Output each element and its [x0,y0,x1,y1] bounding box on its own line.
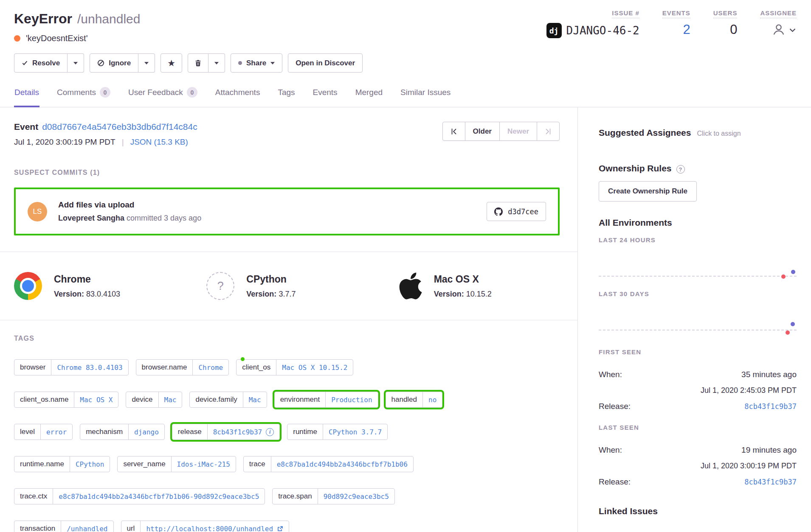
tag-value-link[interactable]: Chrome 83.0.4103 [51,360,128,375]
share-button[interactable]: Share [231,53,282,73]
bookmark-button[interactable]: ★ [161,53,182,73]
tab-label: Similar Issues [400,88,451,97]
delete-button[interactable] [188,53,208,73]
create-ownership-rule-button[interactable]: Create Ownership Rule [599,181,697,202]
suggested-assignees-row: Suggested Assignees Click to assign [599,128,797,138]
click-to-assign-hint: Click to assign [697,130,741,137]
version-value: 83.0.4103 [86,290,120,298]
tag-value: django [134,428,159,436]
json-download-link[interactable]: JSON (15.3 KB) [130,137,188,147]
tab[interactable]: Tags [277,85,295,107]
tag-pill: device.family Mac [189,392,267,408]
first-seen-release-link[interactable]: 8cb43f1c9b37 [744,402,797,411]
commit-sha-button[interactable]: d3d7cee [487,202,546,221]
tag-value: e8c87ba1dc494bb2a4346bcfbf7b1b06 [277,460,408,468]
tab-label: User Feedback [128,88,183,97]
newer-event-button[interactable]: Newer [499,122,537,141]
open-in-discover-button[interactable]: Open in Discover [288,53,363,73]
tag-value-link[interactable]: http://localhost:8000/unhandled [140,521,289,532]
tag-value-link[interactable]: Mac [158,392,182,407]
tab[interactable]: Attachments [215,85,261,107]
users-count[interactable]: 0 [730,22,737,37]
tag-key: release [172,424,207,440]
django-project-icon: dj [546,23,562,38]
mute-icon [97,59,104,67]
delete-dropdown-button[interactable] [208,53,225,73]
suggested-assignees-title: Suggested Assignees [599,128,691,138]
last-seen-release-link[interactable]: 8cb43f1c9b37 [744,478,797,486]
tag-value-link[interactable]: django [128,424,164,440]
culprit-text: 'keyDoesntExist' [26,34,87,43]
ignore-button[interactable]: Ignore [90,53,138,73]
oldest-event-button[interactable] [442,122,465,141]
tag-value-link[interactable]: Mac OS X [74,392,118,407]
tab[interactable]: Details [14,85,39,107]
event-contexts: Chrome Version: 83.0.4103 ? CPython Vers… [0,252,577,320]
older-event-button[interactable]: Older [465,122,500,141]
tag-key: level [14,424,40,440]
star-icon: ★ [167,59,175,67]
tag-value-link[interactable]: 8cb43f1c9b37 i [207,424,280,440]
tag-value-link[interactable]: Mac OS X 10.15.2 [276,360,353,375]
tag-value-link[interactable]: CPython 3.7.7 [323,424,387,440]
tab[interactable]: Similar Issues [400,85,451,107]
tag-pill: runtime CPython 3.7.7 [287,424,388,440]
newest-event-button[interactable] [537,122,560,141]
tag-key: mechanism [80,424,128,440]
tag-value-link[interactable]: Idos-iMac-215 [171,456,236,472]
tag-pill: trace e8c87ba1dc494bb2a4346bcfbf7b1b06 [243,456,414,472]
tag-value-link[interactable]: Production [325,392,377,407]
check-icon [22,60,28,66]
tag-key: environment [275,392,326,407]
resolve-dropdown-button[interactable] [68,53,84,73]
tag-value: 90d892c9eace3bc5 [324,493,389,501]
info-icon[interactable]: i [266,428,274,436]
tab[interactable]: User Feedback 0 [128,85,198,107]
ignore-dropdown-button[interactable] [138,53,155,73]
tag-value-link[interactable]: error [40,424,72,440]
level-dot-icon [14,35,20,42]
event-id-link[interactable]: d08d7667e4a5476eb3b3db6d7f14c84c [42,122,197,132]
tag-value: Chrome 83.0.4103 [57,364,122,372]
person-icon [772,22,786,37]
tag-value-link[interactable]: no [422,392,442,407]
divider: | [122,137,124,147]
tag-value-link[interactable]: Chrome [192,360,228,375]
caret-down-icon [270,62,275,64]
tab-label: Details [14,88,39,97]
last-24-hours-label: LAST 24 HOURS [599,236,797,244]
skip-to-last-icon [545,128,552,135]
tab[interactable]: Comments 0 [56,85,111,107]
tab-label: Merged [355,88,383,97]
commit-meta-text: committed 3 days ago [124,214,201,222]
commit-info: Add files via upload Lovepreet Sangha co… [58,200,476,223]
external-link-icon[interactable] [277,526,283,532]
context-card-os: Mac OS X Version: 10.15.2 [385,271,577,301]
tab[interactable]: Merged [355,85,383,107]
tag-key: device [126,392,158,407]
issue-header: KeyError/unhandled 'keyDoesntExist' ISSU… [0,0,811,73]
tag-key: device.family [190,392,242,407]
resolve-button[interactable]: Resolve [14,53,68,73]
trash-icon [194,59,202,67]
version-label: Version: [246,290,276,298]
tab[interactable]: Events [313,85,338,107]
project-link[interactable]: dj DJANGO-46-2 [546,23,639,38]
project-short-id: DJANGO-46-2 [566,24,639,37]
tag-value-link[interactable]: /unhandled [61,521,113,532]
tag-value: Mac OS X 10.15.2 [282,364,347,372]
tag-value-link[interactable]: e8c87ba1dc494bb2a4346bcfbf7b1b06-90d892c… [53,489,265,504]
share-dot-icon [238,61,242,65]
tag-value-link[interactable]: CPython [70,456,110,472]
chevron-down-icon [788,26,797,34]
assignee-dropdown[interactable] [772,22,797,37]
tab-count-badge: 0 [187,87,197,98]
tag-value-link[interactable]: 90d892c9eace3bc5 [318,489,394,504]
tag-key: trace [244,456,271,472]
ownership-rules-title: Ownership Rules [599,163,672,174]
tag-value-link[interactable]: e8c87ba1dc494bb2a4346bcfbf7b1b06 [271,456,413,472]
tag-value-link[interactable]: Mac [243,392,267,407]
context-card-runtime: ? CPython Version: 3.7.7 [192,271,385,301]
help-icon[interactable]: ? [676,165,685,174]
events-count[interactable]: 2 [683,22,690,37]
